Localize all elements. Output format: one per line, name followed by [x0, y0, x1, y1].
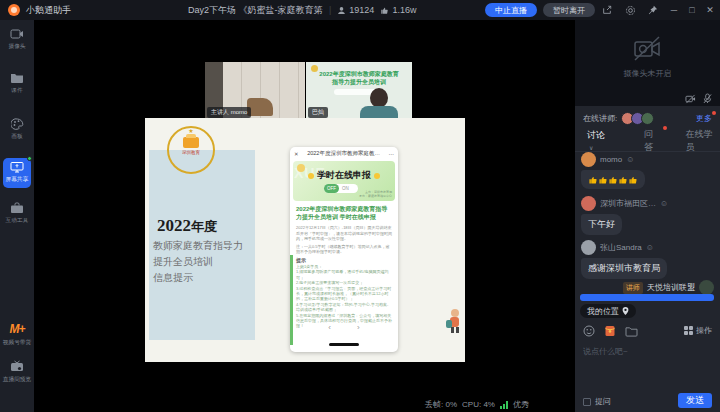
member-badge-icon: ☺: [660, 199, 668, 208]
tab-discussion[interactable]: 讨论∨: [587, 129, 610, 152]
chat-input[interactable]: [583, 346, 713, 386]
guest-name-tag: 巴灿: [308, 107, 328, 118]
checkbox-icon: [583, 398, 591, 406]
my-position-pill[interactable]: 我的位置: [580, 304, 636, 318]
camera-off-label: 摄像头未开启: [575, 68, 720, 79]
next-page-arrow[interactable]: ›: [357, 323, 360, 332]
cpu-value: 4%: [483, 400, 495, 409]
thumbs-up-icon: [380, 6, 389, 15]
question-checkbox[interactable]: 提问: [583, 396, 611, 407]
location-pin-icon: [622, 307, 629, 315]
page-nav: ‹ ›: [290, 323, 398, 332]
phone-header-title: 2022年度深圳市教师家庭教…: [299, 150, 389, 157]
more-lecturers-link[interactable]: 更多: [696, 113, 712, 124]
chat-tabs: 讨论∨ 问答 在线学员: [575, 130, 720, 152]
more-menu-icon[interactable]: ⋯: [389, 151, 395, 157]
notification-dot: [712, 111, 716, 115]
lecturer-label: 在线讲师:: [583, 113, 617, 124]
message-bubble: [581, 170, 645, 189]
wechat-channels-icon: M+: [0, 322, 34, 336]
prev-page-arrow[interactable]: ‹: [328, 323, 331, 332]
camera-off-icon: [631, 34, 663, 64]
member-badge-icon: ☺: [626, 155, 634, 164]
avatar: [641, 112, 654, 125]
wechat-article-phone: ✕ 2022年度深圳市教师家庭教… ⋯ XUE 学时在线申报 OFF ON 主办…: [290, 147, 398, 352]
maximize-button[interactable]: □: [684, 0, 700, 20]
emoji-icon: [374, 173, 380, 179]
send-row: 提问 发送: [575, 392, 720, 412]
sidebar-item-whiteboard[interactable]: 画板: [0, 118, 34, 141]
chat-message: 深圳市福田区…☺ 下午好: [581, 196, 668, 235]
guest-video-feed[interactable]: 2022年度深圳市教师家庭教育 指导力提升全员培训 巴灿: [306, 62, 412, 120]
performance-statusbar: 丢帧: 0% CPU: 4% 优秀: [425, 399, 529, 410]
sidebar-item-camera[interactable]: 摄像头: [0, 28, 34, 51]
chat-message: 张山Sandra☺ 感谢深圳市教育局: [581, 240, 667, 279]
sidebar-item-channels[interactable]: M+ 视频号带货: [0, 322, 34, 347]
tab-online-students[interactable]: 在线学员: [686, 128, 720, 154]
message-bubble: 下午好: [581, 214, 622, 235]
banner-credits: 主办：深圳市教育局承办：家庭教育指导中心: [359, 190, 392, 198]
away-button[interactable]: 暂时离开: [543, 3, 595, 17]
send-button[interactable]: 发送: [678, 393, 712, 408]
article-paragraphs: 2022年12月17日（周六）-18日（周日）两天培训结束后开启「学时申报」，请…: [296, 225, 392, 257]
viewer-count: 19124: [337, 5, 374, 15]
dropframe-value: 0%: [445, 400, 457, 409]
article-title: 2022年度深圳市教师家庭教育指导力提升全员培训 学时在线申报: [296, 205, 392, 221]
settings-gear-icon[interactable]: [624, 4, 636, 16]
title-bar: 小鹅通助手 Day2下午场 《奶蜜盐-家庭教育第一… | 19124 1.16w…: [0, 0, 720, 20]
screen-share-icon: [3, 161, 31, 173]
operations-button[interactable]: 操作: [684, 325, 712, 336]
network-signal-icon: [500, 401, 508, 409]
red-packet-icon[interactable]: [604, 325, 616, 337]
minimize-button[interactable]: ─: [666, 0, 682, 20]
off-on-toggle: OFF ON: [324, 184, 358, 193]
toolbox-icon: [0, 202, 34, 214]
avatar: [581, 152, 596, 167]
emoji-icon[interactable]: [583, 325, 595, 337]
chat-message-lecturer: 讲师 天悦培训联盟: [575, 280, 714, 295]
grid-icon: [684, 326, 693, 335]
app-logo-icon: [8, 4, 20, 16]
chat-message: momo☺: [581, 152, 645, 189]
phone-screenshot-area: ✕ 2022年度深圳市教师家庭教… ⋯ XUE 学时在线申报 OFF ON 主办…: [145, 118, 465, 362]
message-bubble: 感谢深圳市教育局: [581, 258, 667, 279]
home-indicator: [329, 343, 359, 346]
sidebar-item-interactive-tools[interactable]: 互动工具: [0, 202, 34, 225]
tab-qna[interactable]: 问答: [644, 128, 661, 154]
camera-icon: [0, 28, 34, 40]
credit-hours-banner: XUE 学时在线申报 OFF ON 主办：深圳市教育局承办：家庭教育指导中心: [293, 161, 395, 201]
sender-name: momo: [600, 155, 622, 164]
avatar: [581, 196, 596, 211]
emoji-icon: [308, 173, 314, 179]
lecturer-role-badge: 讲师: [623, 282, 643, 294]
banner-title: 学时在线申报: [293, 169, 395, 182]
tip-heading: 提示: [296, 257, 306, 263]
like-count: 1.16w: [380, 5, 416, 15]
sidebar-item-courseware[interactable]: 课件: [0, 72, 34, 95]
palette-icon: [0, 118, 34, 130]
folder-icon[interactable]: [625, 326, 638, 337]
avatar: [699, 280, 714, 295]
sender-name: 张山Sandra: [600, 242, 642, 253]
share-icon[interactable]: [601, 4, 613, 16]
tv-preview-icon: [0, 360, 34, 373]
pin-icon[interactable]: [647, 4, 659, 16]
speaker-video-feed[interactable]: 主讲人 momo: [205, 62, 305, 120]
divider: |: [329, 5, 331, 15]
live-title: Day2下午场 《奶蜜盐-家庭教育第一…: [188, 4, 323, 17]
chat-panel: 摄像头未开启 在线讲师: 更多 讨论∨ 问答 在线学员 momo☺: [575, 20, 720, 412]
lecturer-avatars: [621, 112, 654, 125]
left-toolbar: 摄像头 课件 画板 屏幕共享 互动工具 M+ 视频号带货 直播间预览: [0, 20, 34, 412]
speaker-name-tag: 主讲人 momo: [207, 107, 251, 118]
member-badge-icon: ☺: [646, 243, 654, 252]
training-banner: 2022年度深圳市教师家庭教育 指导力提升全员培训: [310, 70, 408, 86]
sidebar-item-room-preview[interactable]: 直播间预览: [0, 360, 34, 384]
notification-dot: [663, 126, 667, 130]
sidebar-item-screen-share[interactable]: 屏幕共享: [3, 158, 31, 188]
highlighted-message-bar[interactable]: [580, 294, 714, 301]
sender-name: 深圳市福田区…: [600, 198, 656, 209]
sender-name: 天悦培训联盟: [647, 282, 695, 293]
message-list[interactable]: momo☺ 深圳市福田区…☺ 下午好 张山Sandra☺ 感谢深圳市教育局 讲师…: [575, 152, 720, 312]
close-button[interactable]: ✕: [702, 0, 718, 20]
stop-live-button[interactable]: 中止直播: [485, 3, 537, 17]
